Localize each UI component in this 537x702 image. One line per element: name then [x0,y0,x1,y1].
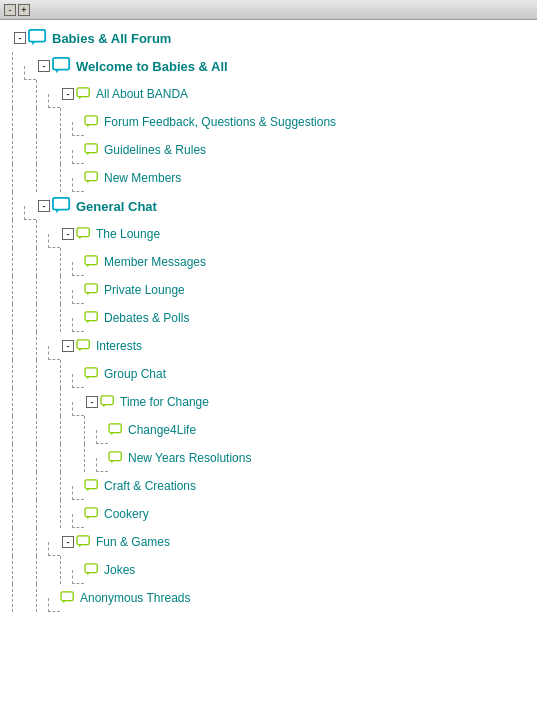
label-welcome[interactable]: Welcome to Babies & All [76,59,228,74]
title-bar: - + [0,0,537,20]
chat-icon-green-jokes [84,563,100,577]
chat-icon-green-private-lounge [84,283,100,297]
svg-rect-40 [61,592,73,601]
toggle-lounge[interactable]: - [62,228,74,240]
svg-rect-12 [53,198,69,210]
tree-row-private-lounge: Private Lounge [0,276,537,304]
svg-rect-34 [85,508,97,517]
svg-marker-15 [79,237,82,240]
svg-marker-19 [87,293,90,296]
toggle-general-chat[interactable]: - [38,200,50,212]
tree-row-general-chat: - General Chat [0,192,537,220]
tree-row-member-messages: Member Messages [0,248,537,276]
svg-marker-37 [79,545,82,548]
chat-icon-blue [28,29,48,47]
tree-row-new-members: New Members [0,164,537,192]
chat-icon-green-guidelines [84,143,100,157]
maximize-button[interactable]: + [18,4,30,16]
toggle-welcome[interactable]: - [38,60,50,72]
svg-rect-32 [85,480,97,489]
tree-row-group-chat: Group Chat [0,360,537,388]
chat-icon-green-group-chat [84,367,100,381]
svg-marker-35 [87,517,90,520]
label-private-lounge[interactable]: Private Lounge [104,283,185,297]
toggle-interests[interactable]: - [62,340,74,352]
svg-marker-3 [56,70,60,74]
label-new-years[interactable]: New Years Resolutions [128,451,251,465]
chat-icon-green-newmembers [84,171,100,185]
label-change4life[interactable]: Change4Life [128,423,196,437]
svg-marker-31 [111,461,114,464]
svg-marker-7 [87,125,90,128]
svg-rect-24 [85,368,97,377]
svg-rect-36 [77,536,89,545]
label-fun-games[interactable]: Fun & Games [96,535,170,549]
tree-row-welcome: - Welcome to Babies & All [0,52,537,80]
svg-marker-33 [87,489,90,492]
chat-icon-green-anonymous [60,591,76,605]
svg-rect-0 [29,30,45,42]
label-jokes[interactable]: Jokes [104,563,135,577]
chat-icon-green-change4life [108,423,124,437]
svg-rect-14 [77,228,89,237]
tree-row-the-lounge: - The Lounge [0,220,537,248]
svg-rect-18 [85,284,97,293]
chat-icon-green-debates [84,311,100,325]
chat-icon-green-time-for-change [100,395,116,409]
label-member-messages[interactable]: Member Messages [104,255,206,269]
toggle-fun-games[interactable]: - [62,536,74,548]
svg-rect-2 [53,58,69,70]
label-debates[interactable]: Debates & Polls [104,311,189,325]
label-cookery[interactable]: Cookery [104,507,149,521]
chat-icon-green-cookery [84,507,100,521]
label-anonymous[interactable]: Anonymous Threads [80,591,191,605]
svg-marker-27 [103,405,106,408]
label-banda[interactable]: All About BANDA [96,87,188,101]
svg-rect-28 [109,424,121,433]
svg-rect-10 [85,172,97,181]
label-group-chat[interactable]: Group Chat [104,367,166,381]
tree-row-time-for-change: - Time for Change [0,388,537,416]
svg-marker-9 [87,153,90,156]
label-feedback[interactable]: Forum Feedback, Questions & Suggestions [104,115,336,129]
label-general-chat[interactable]: General Chat [76,199,157,214]
svg-rect-16 [85,256,97,265]
tree-container: - Babies & All Forum - Welcome to Babies… [0,20,537,702]
label-the-lounge[interactable]: The Lounge [96,227,160,241]
tree-row-root: - Babies & All Forum [0,24,537,52]
chat-icon-green-craft [84,479,100,493]
svg-rect-30 [109,452,121,461]
chat-icon-green-lounge [76,227,92,241]
tree-row-jokes: Jokes [0,556,537,584]
label-time-for-change[interactable]: Time for Change [120,395,209,409]
label-babies-all-forum[interactable]: Babies & All Forum [52,31,171,46]
svg-rect-26 [101,396,113,405]
svg-marker-29 [111,433,114,436]
chat-icon-green-interests [76,339,92,353]
tree-row-change4life: Change4Life [0,416,537,444]
toggle-time-for-change[interactable]: - [86,396,98,408]
svg-marker-17 [87,265,90,268]
tree-row-fun-games: - Fun & Games [0,528,537,556]
label-guidelines[interactable]: Guidelines & Rules [104,143,206,157]
label-craft[interactable]: Craft & Creations [104,479,196,493]
label-interests[interactable]: Interests [96,339,142,353]
chat-icon-blue-welcome [52,57,72,75]
svg-marker-39 [87,573,90,576]
toggle-root[interactable]: - [14,32,26,44]
svg-rect-22 [77,340,89,349]
label-new-members[interactable]: New Members [104,171,181,185]
minimize-button[interactable]: - [4,4,16,16]
svg-rect-4 [77,88,89,97]
tree-row-new-years: New Years Resolutions [0,444,537,472]
tree-row-feedback: Forum Feedback, Questions & Suggestions [0,108,537,136]
chat-icon-green-new-years [108,451,124,465]
chat-icon-green-member-messages [84,255,100,269]
svg-marker-11 [87,181,90,184]
svg-marker-21 [87,321,90,324]
tree-row-debates: Debates & Polls [0,304,537,332]
svg-rect-6 [85,116,97,125]
toggle-banda[interactable]: - [62,88,74,100]
svg-marker-5 [79,97,82,100]
tree-row-anonymous: Anonymous Threads [0,584,537,612]
